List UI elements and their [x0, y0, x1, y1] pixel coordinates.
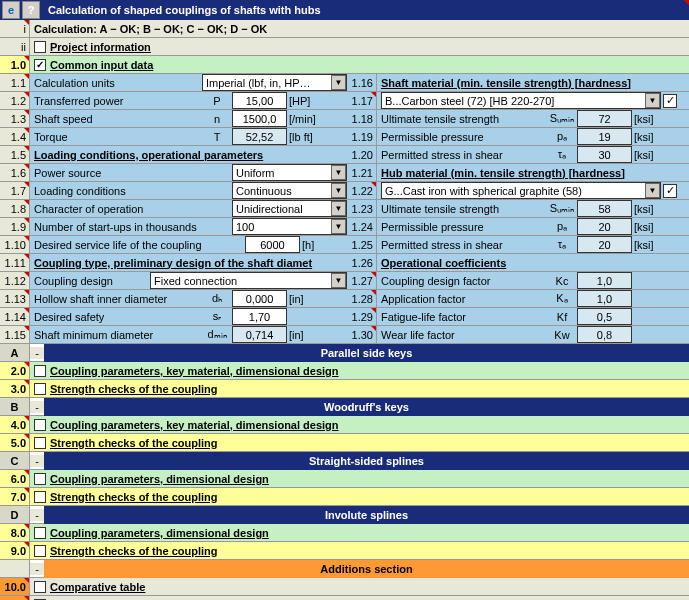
- add-hdr: Additions section: [44, 560, 689, 578]
- hub-mat-chk[interactable]: ✓: [663, 184, 677, 198]
- dh-input[interactable]: 0,000: [232, 290, 287, 307]
- load-cond-hdr: Loading conditions, operational paramete…: [30, 146, 263, 163]
- units-select[interactable]: Imperial (lbf, in, HP…▼: [202, 74, 347, 91]
- psk-hdr: Parallel side keys: [44, 344, 689, 362]
- s6-chk[interactable]: [34, 473, 46, 485]
- load-cond-select[interactable]: Continuous▼: [232, 182, 347, 199]
- power-src-select[interactable]: Uniform▼: [232, 164, 347, 181]
- is-hdr: Involute splines: [44, 506, 689, 524]
- hub-mat-hdr: Hub material (min. tensile strength) [ha…: [377, 164, 625, 181]
- row-i: i: [0, 20, 30, 37]
- ie-icon[interactable]: e: [2, 1, 20, 19]
- page-title: Calculation of shaped couplings of shaft…: [40, 4, 321, 16]
- proj-info-chk[interactable]: [34, 41, 46, 53]
- title-bar: e ? Calculation of shaped couplings of s…: [0, 0, 689, 20]
- common-chk[interactable]: ✓: [34, 59, 46, 71]
- power-input[interactable]: 15,00: [232, 92, 287, 109]
- sss-hdr: Straight-sided splines: [44, 452, 689, 470]
- hub-mat-select[interactable]: G...Cast iron with spherical graphite (5…: [381, 182, 661, 199]
- shaft-mat-hdr: Shaft material (min. tensile strength) […: [377, 74, 631, 91]
- life-input[interactable]: 6000: [245, 236, 300, 253]
- s3-chk[interactable]: [34, 383, 46, 395]
- proj-info-lbl: Project information: [50, 41, 151, 53]
- shaft-mat-select[interactable]: B...Carbon steel (72) [HB 220-270]▼: [381, 92, 661, 109]
- s10-chk[interactable]: [34, 581, 46, 593]
- sr-input[interactable]: 1,70: [232, 308, 287, 325]
- s9-chk[interactable]: [34, 545, 46, 557]
- s8-chk[interactable]: [34, 527, 46, 539]
- coup-design-select[interactable]: Fixed connection▼: [150, 272, 347, 289]
- row-ii: ii: [0, 38, 30, 55]
- common-lbl: Common input data: [50, 59, 153, 71]
- help-icon[interactable]: ?: [22, 1, 40, 19]
- startups-select[interactable]: 100▼: [232, 218, 347, 235]
- calc-units-lbl: Calculation units: [30, 74, 202, 91]
- chevron-down-icon: ▼: [331, 75, 346, 90]
- dmin-val: 0,714: [232, 326, 287, 343]
- coup-type-hdr: Coupling type, preliminary design of the…: [30, 254, 312, 271]
- s5-chk[interactable]: [34, 437, 46, 449]
- torque-val: 52,52: [232, 128, 287, 145]
- speed-input[interactable]: 1500,0: [232, 110, 287, 127]
- s4-chk[interactable]: [34, 419, 46, 431]
- s2-chk[interactable]: [34, 365, 46, 377]
- calc-status: Calculation: A − OK; B − OK; C − OK; D −…: [30, 20, 267, 37]
- op-coef-hdr: Operational coefficients: [377, 254, 506, 271]
- s7-chk[interactable]: [34, 491, 46, 503]
- char-op-select[interactable]: Unidirectional▼: [232, 200, 347, 217]
- shaft-mat-chk[interactable]: ✓: [663, 94, 677, 108]
- wk-hdr: Woodruff's keys: [44, 398, 689, 416]
